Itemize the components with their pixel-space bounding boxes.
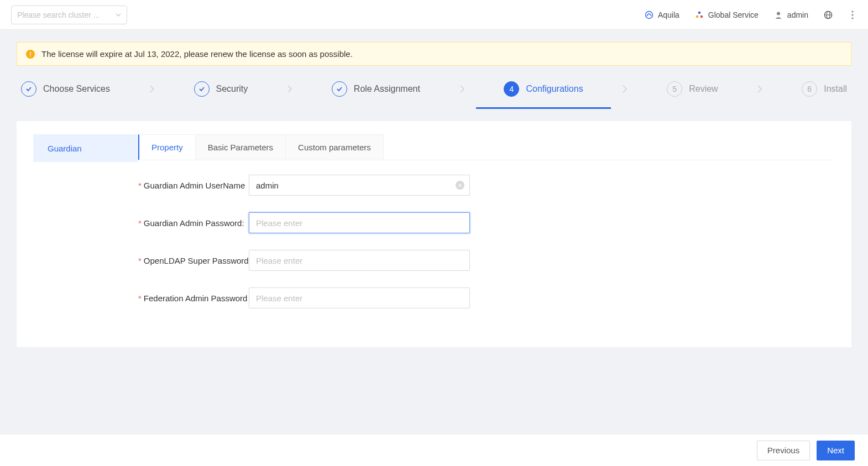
step-install: 6 Install bbox=[802, 81, 847, 97]
svg-point-3 bbox=[700, 15, 703, 18]
step-label: Install bbox=[824, 84, 847, 94]
guardian-admin-password-input[interactable] bbox=[249, 212, 470, 233]
kebab-icon bbox=[848, 11, 857, 19]
form-row-username: *Guardian Admin UserName ✕ bbox=[138, 175, 835, 196]
tab-label: Property bbox=[151, 143, 183, 152]
language-button[interactable] bbox=[824, 11, 833, 19]
required-asterisk-icon: * bbox=[138, 218, 142, 228]
page-body: ! The license will expire at Jul 13, 202… bbox=[0, 30, 868, 438]
svg-point-4 bbox=[777, 12, 780, 15]
federation-admin-password-input[interactable] bbox=[249, 287, 470, 308]
config-card: Guardian Property Basic Parameters Custo… bbox=[17, 121, 851, 347]
cluster-search-select[interactable]: Please search cluster ... bbox=[11, 6, 127, 24]
chevron-right-icon bbox=[718, 85, 802, 93]
config-right-panel: Property Basic Parameters Custom paramet… bbox=[138, 134, 835, 325]
tab-property[interactable]: Property bbox=[138, 134, 196, 160]
active-step-underline bbox=[476, 107, 610, 109]
openldap-super-password-input[interactable] bbox=[249, 250, 470, 271]
step-number-icon: 4 bbox=[504, 81, 519, 97]
chevron-right-icon bbox=[110, 85, 194, 93]
step-label: Configurations bbox=[526, 84, 583, 94]
form-row-federation-password: *Federation Admin Password bbox=[138, 287, 835, 308]
tab-basic-parameters[interactable]: Basic Parameters bbox=[195, 134, 286, 160]
step-configurations[interactable]: 4 Configurations bbox=[504, 81, 583, 97]
form-label: *OpenLDAP Super Password bbox=[138, 256, 249, 265]
global-service-link[interactable]: Global Service bbox=[695, 11, 759, 19]
top-bar-right: Aquila Global Service admin bbox=[645, 11, 857, 19]
svg-point-9 bbox=[851, 14, 853, 15]
aquila-label: Aquila bbox=[658, 11, 679, 19]
step-review: 5 Review bbox=[667, 81, 718, 97]
chevron-right-icon bbox=[583, 85, 667, 93]
clear-input-icon[interactable]: ✕ bbox=[456, 181, 464, 190]
step-label: Security bbox=[216, 84, 248, 94]
form-label: *Guardian Admin UserName bbox=[138, 181, 249, 190]
global-service-icon bbox=[695, 11, 704, 19]
svg-point-2 bbox=[696, 15, 699, 18]
svg-point-1 bbox=[698, 11, 701, 14]
config-tabs: Property Basic Parameters Custom paramet… bbox=[138, 134, 835, 160]
wizard-steps: Choose Services Security Role Assignment… bbox=[17, 79, 851, 108]
required-asterisk-icon: * bbox=[138, 181, 142, 190]
warning-text: The license will expire at Jul 13, 2022,… bbox=[41, 49, 353, 59]
aquila-link[interactable]: Aquila bbox=[645, 11, 679, 19]
more-menu[interactable] bbox=[848, 11, 857, 19]
guardian-admin-username-input[interactable] bbox=[249, 175, 470, 196]
cluster-search-placeholder: Please search cluster ... bbox=[17, 11, 100, 19]
aquila-icon bbox=[645, 11, 653, 19]
chevron-right-icon bbox=[248, 85, 332, 93]
tab-label: Basic Parameters bbox=[208, 143, 273, 152]
warning-icon: ! bbox=[26, 50, 35, 59]
wizard-footer: Previous Next bbox=[0, 434, 868, 438]
chevron-down-icon bbox=[116, 12, 121, 18]
property-form: *Guardian Admin UserName ✕ *Guardian Adm… bbox=[138, 160, 835, 308]
step-label: Choose Services bbox=[43, 84, 110, 94]
global-service-label: Global Service bbox=[708, 11, 759, 19]
check-icon bbox=[21, 81, 36, 97]
svg-point-8 bbox=[851, 11, 853, 12]
form-row-admin-password: *Guardian Admin Password: bbox=[138, 212, 835, 233]
required-asterisk-icon: * bbox=[138, 256, 142, 265]
top-bar: Please search cluster ... Aquila Global … bbox=[0, 0, 868, 30]
svg-point-10 bbox=[851, 17, 853, 19]
step-number-icon: 6 bbox=[802, 81, 817, 97]
service-sidebar: Guardian bbox=[33, 134, 138, 325]
label-text: Guardian Admin Password: bbox=[144, 218, 244, 228]
form-label: *Federation Admin Password bbox=[138, 294, 249, 303]
svg-point-0 bbox=[645, 11, 652, 18]
required-asterisk-icon: * bbox=[138, 294, 142, 303]
form-label: *Guardian Admin Password: bbox=[138, 218, 249, 228]
step-label: Role Assignment bbox=[354, 84, 420, 94]
step-label: Review bbox=[689, 84, 718, 94]
user-label: admin bbox=[787, 11, 808, 19]
sidebar-item-guardian[interactable]: Guardian bbox=[33, 134, 138, 162]
step-number-icon: 5 bbox=[667, 81, 682, 97]
label-text: Federation Admin Password bbox=[144, 294, 248, 303]
label-text: OpenLDAP Super Password bbox=[144, 256, 249, 265]
check-icon bbox=[332, 81, 347, 97]
check-icon bbox=[194, 81, 210, 97]
chevron-right-icon bbox=[420, 85, 504, 93]
user-menu[interactable]: admin bbox=[774, 11, 808, 19]
sidebar-item-label: Guardian bbox=[48, 144, 82, 153]
license-warning-banner: ! The license will expire at Jul 13, 202… bbox=[17, 42, 851, 66]
step-security[interactable]: Security bbox=[194, 81, 248, 97]
step-choose-services[interactable]: Choose Services bbox=[21, 81, 110, 97]
step-role-assignment[interactable]: Role Assignment bbox=[332, 81, 420, 97]
tab-custom-parameters[interactable]: Custom parameters bbox=[285, 134, 384, 160]
globe-icon bbox=[824, 11, 833, 19]
user-icon bbox=[774, 11, 783, 19]
tab-label: Custom parameters bbox=[298, 143, 371, 152]
label-text: Guardian Admin UserName bbox=[144, 181, 245, 190]
form-row-openldap-password: *OpenLDAP Super Password bbox=[138, 250, 835, 271]
